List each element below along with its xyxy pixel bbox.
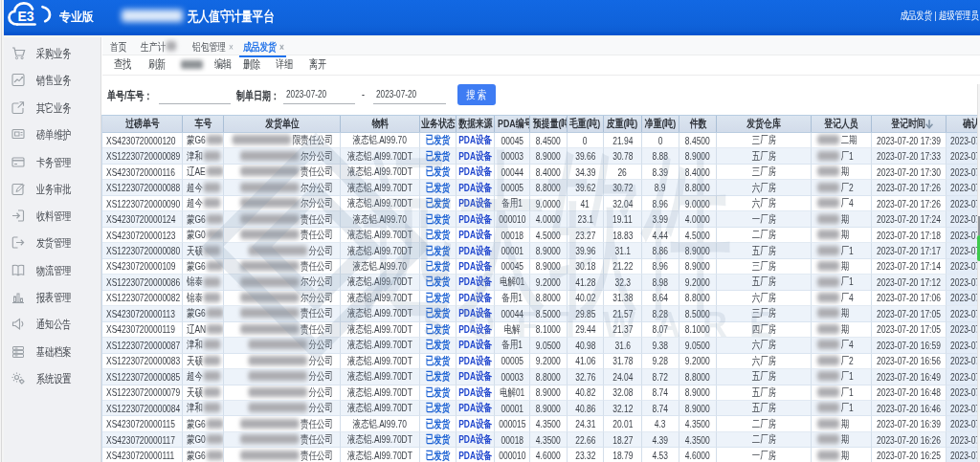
svg-text:E3: E3 bbox=[18, 9, 34, 24]
